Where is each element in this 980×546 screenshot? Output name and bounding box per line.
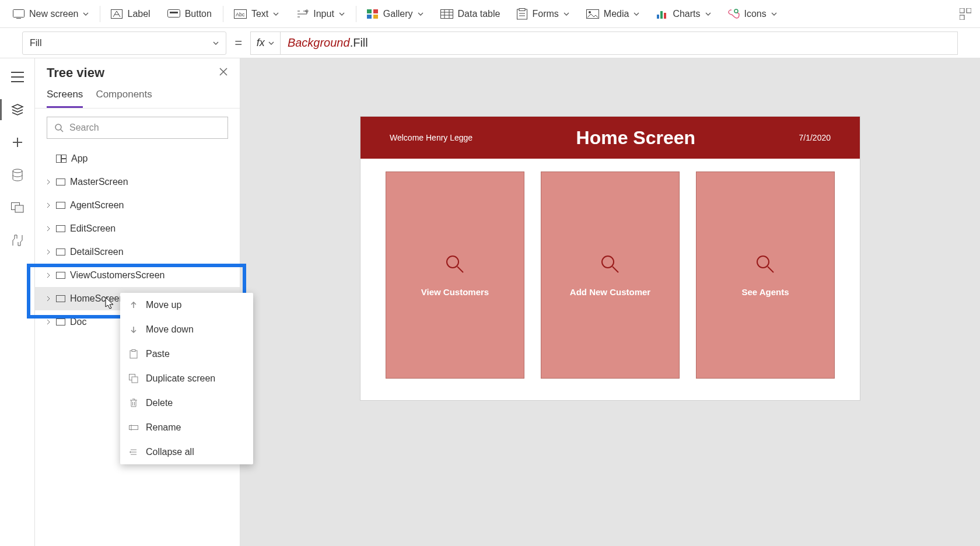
chevron-down-icon [705,11,711,17]
gallery-label: Gallery [383,9,413,19]
tree-app-node[interactable]: App [35,147,240,170]
svg-rect-23 [960,15,964,20]
duplicate-icon [128,374,139,383]
screen-icon [56,249,65,256]
svg-rect-32 [57,202,65,209]
left-rail [0,58,35,546]
forms-button[interactable]: Forms [509,0,578,27]
chevron-down-icon [83,11,89,17]
preview-card-see-agents[interactable]: See Agents [696,172,835,379]
input-button[interactable]: Input [288,0,354,27]
data-table-button[interactable]: Data table [432,0,509,27]
svg-rect-36 [57,296,65,302]
svg-rect-19 [664,13,666,19]
tree-item-editscreen[interactable]: EditScreen [35,217,240,240]
property-dropdown[interactable]: Fill [22,32,226,55]
tree-view-panel: Tree view Screens Components Search App [35,58,240,546]
icons-label: Icons [744,9,766,19]
chevron-down-icon [273,11,279,17]
preview-card-add-customer[interactable]: Add New Customer [541,172,680,379]
fx-button[interactable]: fx [250,32,281,55]
tree-item-label: ViewCustomersScreen [70,270,164,281]
preview-card-view-customers[interactable]: View Customers [386,172,524,379]
hamburger-button[interactable] [4,63,32,91]
database-icon [12,169,23,181]
menu-collapse-all[interactable]: Collapse all [120,440,253,464]
preview-welcome: Welcome Henry Legge [390,133,473,142]
chevron-right-icon [43,249,54,255]
menu-label: Paste [146,349,170,359]
svg-rect-11 [373,15,378,19]
screen-icon [56,318,65,326]
menu-duplicate[interactable]: Duplicate screen [120,366,253,391]
menu-delete[interactable]: Delete [120,391,253,415]
gallery-button[interactable]: Gallery [359,0,432,27]
screen-preview[interactable]: Welcome Henry Legge Home Screen 7/1/2020… [360,117,860,400]
insert-button[interactable] [4,128,32,156]
svg-point-24 [13,169,22,173]
media-button[interactable]: Media [578,0,649,27]
tree-item-detailscreen[interactable]: DetailScreen [35,240,240,264]
screen-icon [56,202,65,209]
data-table-icon [440,9,453,19]
tree-item-masterscreen[interactable]: MasterScreen [35,170,240,194]
text-button[interactable]: Abc Text [226,0,288,27]
chevron-right-icon [43,319,54,325]
fx-label: fx [257,37,265,49]
overflow-button[interactable] [956,0,975,27]
svg-rect-14 [519,8,525,10]
icons-button[interactable]: Icons [720,0,786,27]
tab-components[interactable]: Components [96,89,152,108]
menu-label: Delete [146,398,173,408]
button-icon [167,9,180,19]
button-button[interactable]: Button [159,0,220,27]
chevron-right-icon [43,202,54,208]
chevron-right-icon [43,226,54,232]
svg-rect-28 [57,155,61,163]
media-rail-button[interactable] [4,194,32,222]
search-placeholder: Search [69,123,99,133]
formula-input[interactable]: Background.Fill [281,32,958,55]
svg-rect-31 [57,179,65,186]
tree-view-title: Tree view [47,65,104,80]
tab-screens[interactable]: Screens [47,89,83,108]
charts-label: Charts [673,9,700,19]
hamburger-icon [11,72,24,82]
label-button[interactable]: Label [103,0,159,27]
chevron-down-icon [418,11,424,17]
media-icon [586,9,599,19]
rename-icon [128,424,139,431]
chevron-right-icon [43,296,54,302]
card-label: Add New Customer [570,287,650,297]
svg-text:Abc: Abc [236,12,245,18]
tree-item-agentscreen[interactable]: AgentScreen [35,194,240,217]
close-panel-button[interactable] [219,67,228,79]
canvas[interactable]: Welcome Henry Legge Home Screen 7/1/2020… [240,58,980,546]
menu-paste[interactable]: Paste [120,342,253,366]
svg-rect-34 [57,249,65,256]
data-table-label: Data table [458,9,501,19]
charts-icon [656,9,668,19]
charts-button[interactable]: Charts [648,0,719,27]
menu-label: Move down [146,324,194,335]
menu-rename[interactable]: Rename [120,415,253,440]
arrow-up-icon [128,301,139,309]
screen-icon [13,9,24,19]
new-screen-button[interactable]: New screen [5,0,97,27]
tree-search-input[interactable]: Search [47,117,228,139]
menu-move-down[interactable]: Move down [120,317,253,342]
tools-button[interactable] [4,226,32,254]
card-label: View Customers [421,287,489,297]
icons-icon [728,9,740,19]
search-icon [599,253,621,278]
tree-item-viewcustomersscreen[interactable]: ViewCustomersScreen [35,264,240,287]
svg-point-45 [757,256,769,268]
tree-view-button[interactable] [4,96,32,124]
menu-move-up[interactable]: Move up [120,293,253,317]
svg-rect-41 [132,377,138,383]
new-screen-label: New screen [29,9,78,19]
svg-rect-22 [967,8,971,13]
svg-rect-26 [15,205,23,212]
data-button[interactable] [4,161,32,189]
svg-rect-0 [13,9,24,17]
